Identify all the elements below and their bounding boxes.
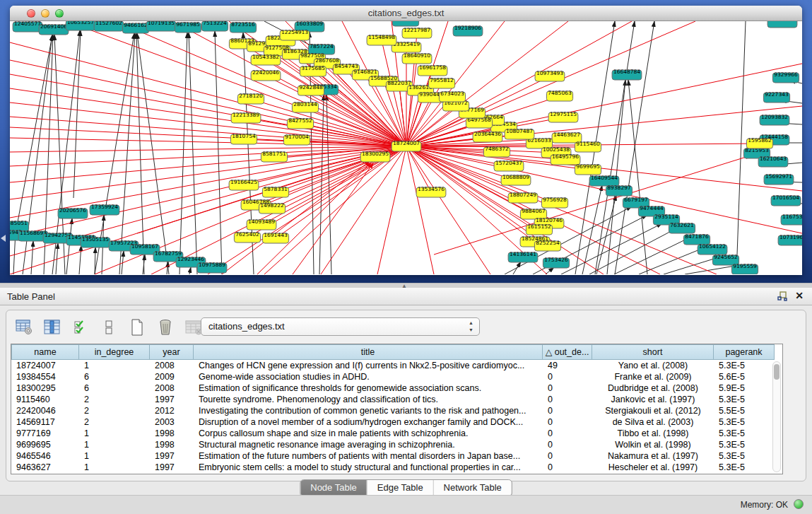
graph-node[interactable]: 9115460 bbox=[575, 141, 601, 152]
graph-node[interactable]: 13534576 bbox=[416, 186, 446, 197]
graph-node[interactable]: 9699695 bbox=[575, 163, 601, 175]
memory-ok-icon[interactable] bbox=[794, 499, 804, 509]
table-cell[interactable]: Tibbo et al. (1998) bbox=[592, 428, 714, 439]
graph-node[interactable]: 16210643 bbox=[758, 156, 788, 167]
graph-node[interactable]: 8427552 bbox=[287, 117, 313, 129]
graph-node[interactable]: 11548498 bbox=[367, 34, 396, 45]
graph-node[interactable]: 18640910 bbox=[402, 52, 432, 64]
table-cell[interactable]: 18724007 bbox=[11, 360, 79, 371]
graph-node[interactable]: 7486372 bbox=[483, 146, 510, 157]
column-header-name[interactable]: name bbox=[11, 344, 79, 360]
table-cell[interactable]: 9777169 bbox=[11, 428, 79, 439]
new-document-icon[interactable] bbox=[128, 318, 146, 337]
graph-node[interactable]: 5878331 bbox=[262, 186, 288, 197]
table-cell[interactable]: Estimation of the future numbers of pati… bbox=[194, 450, 543, 462]
graph-node[interactable]: 11527602 bbox=[94, 21, 124, 31]
table-row[interactable]: 1938455462009Genome-wide association stu… bbox=[11, 371, 782, 382]
table-cell[interactable]: Corpus callosum shape and size in male p… bbox=[194, 428, 543, 439]
graph-node[interactable]: 20206576 bbox=[58, 207, 88, 218]
graph-node[interactable]: 15751074 bbox=[767, 21, 797, 28]
table-cell[interactable]: Estimation of significance thresholds fo… bbox=[194, 382, 543, 394]
table-cell[interactable]: 6 bbox=[79, 382, 150, 394]
table-cell[interactable]: 5.9E-5 bbox=[714, 382, 775, 394]
table-cell[interactable]: Structural magnetic resonance image aver… bbox=[194, 439, 543, 450]
graph-node[interactable]: 8723516 bbox=[230, 21, 256, 33]
graph-node[interactable]: 9671985 bbox=[175, 21, 201, 33]
table-cell[interactable]: 0 bbox=[543, 405, 592, 416]
table-cell[interactable]: 2 bbox=[79, 405, 150, 416]
table-cell[interactable]: 5.3E-5 bbox=[714, 462, 775, 473]
table-cell[interactable]: 2003 bbox=[150, 416, 194, 428]
table-row[interactable]: 1830029562008Estimation of significance … bbox=[11, 382, 782, 394]
table-row[interactable]: 911546021997Tourette syndrome. Phenomeno… bbox=[11, 394, 782, 405]
graph-node[interactable]: 9466162 bbox=[122, 22, 148, 33]
graph-node[interactable]: 10653257 bbox=[66, 21, 95, 30]
graph-node[interactable]: 12254913 bbox=[280, 29, 310, 40]
table-cell[interactable]: Investigating the contribution of common… bbox=[194, 405, 543, 416]
table-cell[interactable]: 9699695 bbox=[11, 439, 79, 450]
table-cell[interactable]: Changes of HCN gene expression and I(f) … bbox=[194, 360, 543, 371]
graph-node[interactable]: 16648784 bbox=[612, 69, 642, 80]
table-cell[interactable]: 1 bbox=[79, 462, 150, 473]
window-titlebar[interactable]: citations_edges.txt bbox=[10, 6, 802, 21]
tab-node-table[interactable]: Node Table bbox=[300, 480, 367, 496]
table-row[interactable]: 969969511998Structural magnetic resonanc… bbox=[11, 439, 782, 450]
graph-node[interactable]: 2718120 bbox=[237, 93, 264, 104]
graph-node[interactable]: 12217987 bbox=[402, 27, 432, 38]
table-cell[interactable]: 0 bbox=[543, 371, 592, 382]
graph-node[interactable]: 1615152 bbox=[526, 223, 552, 235]
table-cell[interactable]: 1 bbox=[79, 360, 150, 371]
graph-node[interactable]: 8581751 bbox=[261, 151, 287, 162]
graph-node[interactable]: 6734023 bbox=[439, 90, 465, 102]
graph-node[interactable]: 8813054 bbox=[392, 21, 418, 26]
table-cell[interactable]: 0 bbox=[543, 428, 592, 439]
graph-node[interactable]: 13505135 bbox=[81, 236, 110, 247]
table-cell[interactable]: 2012 bbox=[150, 405, 194, 416]
graph-node-hub[interactable]: 18724007 bbox=[392, 140, 421, 151]
graph-node[interactable]: 12405577 bbox=[13, 21, 42, 32]
table-cell[interactable]: 0 bbox=[543, 382, 592, 394]
column-header-pagerank[interactable]: pagerank bbox=[714, 344, 775, 360]
table-cell[interactable]: 5.3E-5 bbox=[714, 360, 775, 371]
graph-node[interactable]: 19166425 bbox=[229, 179, 259, 190]
table-cell[interactable]: 1998 bbox=[150, 428, 194, 439]
float-panel-icon[interactable] bbox=[777, 291, 788, 302]
graph-node[interactable]: 10654122 bbox=[698, 243, 727, 255]
graph-node[interactable]: 14093489 bbox=[247, 218, 276, 230]
table-cell[interactable]: 1997 bbox=[150, 462, 194, 473]
table-cell[interactable]: 5.5E-5 bbox=[714, 405, 775, 416]
column-checklist-icon[interactable] bbox=[71, 318, 90, 337]
table-row[interactable]: 977716911998Corpus callosum shape and si… bbox=[11, 428, 782, 439]
table-cell[interactable]: Disruption of a novel member of a sodium… bbox=[194, 416, 543, 428]
vertical-scrollbar[interactable] bbox=[772, 361, 781, 472]
column-header-in_degree[interactable]: in_degree bbox=[79, 344, 150, 360]
network-canvas[interactable]: 1240557720691406106532571152760294661621… bbox=[10, 21, 802, 274]
table-cell[interactable]: 1 bbox=[79, 450, 150, 462]
table-cell[interactable]: 5.6E-5 bbox=[714, 371, 775, 382]
graph-node[interactable]: 9242848 bbox=[298, 84, 324, 95]
table-cell[interactable]: Yano et al. (2008) bbox=[592, 360, 714, 371]
graph-node[interactable]: 2803144 bbox=[292, 101, 318, 112]
graph-node[interactable]: 12213389 bbox=[231, 112, 261, 123]
graph-node[interactable]: 1498222 bbox=[259, 202, 285, 214]
graph-node[interactable]: 12975115 bbox=[548, 111, 578, 122]
graph-node[interactable]: 7625402 bbox=[234, 231, 260, 243]
table-cell[interactable]: de Silva et al. (2003) bbox=[592, 416, 714, 428]
close-panel-icon[interactable]: ✕ bbox=[795, 290, 804, 301]
graph-node[interactable]: 10688809 bbox=[501, 174, 531, 185]
table-row[interactable]: 1872400712008Changes of HCN gene express… bbox=[11, 360, 782, 371]
table-row[interactable]: 1456911722003Disruption of a novel membe… bbox=[11, 416, 782, 428]
graph-node[interactable]: 17359924 bbox=[90, 204, 119, 215]
graph-node[interactable]: 1595862 bbox=[746, 137, 772, 148]
table-cell[interactable]: 0 bbox=[543, 416, 592, 428]
graph-node[interactable]: 9170004 bbox=[283, 134, 310, 145]
graph-node[interactable]: 10731967 bbox=[778, 234, 802, 245]
table-cell[interactable]: 19384554 bbox=[11, 371, 79, 382]
table-cell[interactable]: 5.3E-5 bbox=[714, 416, 775, 428]
graph-node[interactable]: 10719135 bbox=[146, 21, 176, 31]
table-cell[interactable]: 18300295 bbox=[11, 382, 79, 394]
tab-edge-table[interactable]: Edge Table bbox=[367, 480, 433, 496]
table-cell[interactable]: Genome-wide association studies in ADHD. bbox=[194, 371, 543, 382]
graph-node[interactable]: 8938297 bbox=[606, 185, 632, 196]
table-cell[interactable]: Tourette syndrome. Phenomenology and cla… bbox=[194, 394, 543, 405]
